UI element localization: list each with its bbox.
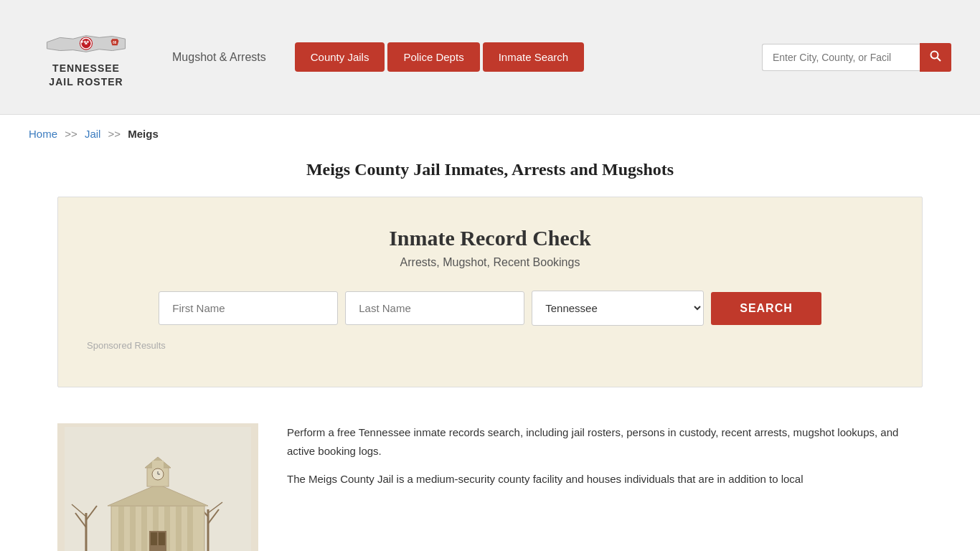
svg-point-5 — [931, 51, 938, 58]
logo-icon: ★★★ 66 — [36, 26, 136, 62]
header-search-button[interactable] — [920, 43, 951, 72]
svg-rect-22 — [176, 504, 182, 551]
page-title: Meigs County Jail Inmates, Arrests and M… — [29, 160, 951, 179]
search-icon — [930, 50, 941, 62]
header-search-area — [762, 43, 951, 72]
breadcrumb-sep1: >> — [65, 128, 77, 140]
breadcrumb-sep2: >> — [108, 128, 121, 140]
logo-text: TENNESSEE JAIL ROSTER — [49, 62, 123, 88]
svg-rect-35 — [159, 532, 165, 545]
police-depts-button[interactable]: Police Depts — [387, 42, 479, 72]
breadcrumb: Home >> Jail >> Meigs — [0, 115, 980, 153]
record-check-subtitle: Arrests, Mugshot, Recent Bookings — [87, 256, 893, 269]
breadcrumb-home[interactable]: Home — [29, 128, 57, 140]
mugshot-arrests-link[interactable]: Mugshot & Arrests — [172, 51, 266, 64]
svg-rect-19 — [141, 504, 147, 551]
courthouse-illustration — [65, 427, 251, 551]
svg-line-6 — [938, 57, 941, 61]
svg-rect-23 — [187, 504, 193, 551]
svg-rect-34 — [151, 532, 157, 545]
county-jails-button[interactable]: County Jails — [295, 42, 385, 72]
content-paragraph2: The Meigs County Jail is a medium-securi… — [287, 470, 923, 489]
nav-buttons: County Jails Police Depts Inmate Search — [295, 42, 584, 72]
inmate-search-button[interactable]: Inmate Search — [483, 42, 585, 72]
svg-text:★★★: ★★★ — [80, 39, 90, 44]
header: ★★★ 66 TENNESSEE JAIL ROSTER Mugshot & A… — [0, 0, 980, 115]
content-paragraph1: Perform a free Tennessee inmate records … — [287, 423, 923, 460]
svg-rect-18 — [130, 504, 136, 551]
search-form-row: Tennessee Alabama Georgia Kentucky North… — [87, 291, 893, 326]
logo-area: ★★★ 66 TENNESSEE JAIL ROSTER — [29, 26, 143, 88]
svg-text:66: 66 — [113, 41, 117, 44]
sponsored-label: Sponsored Results — [87, 340, 893, 351]
content-text: Perform a free Tennessee inmate records … — [287, 423, 923, 499]
svg-rect-27 — [152, 461, 164, 469]
page-title-area: Meigs County Jail Inmates, Arrests and M… — [0, 153, 980, 197]
breadcrumb-jail[interactable]: Jail — [85, 128, 101, 140]
record-check-title: Inmate Record Check — [87, 226, 893, 250]
search-form-button[interactable]: SEARCH — [711, 292, 821, 325]
bottom-content: Perform a free Tennessee inmate records … — [0, 409, 980, 551]
courthouse-image — [57, 423, 258, 551]
first-name-input[interactable] — [159, 291, 338, 325]
header-search-input[interactable] — [762, 44, 920, 71]
record-check-box: Inmate Record Check Arrests, Mugshot, Re… — [57, 197, 923, 387]
last-name-input[interactable] — [345, 291, 524, 325]
breadcrumb-current: Meigs — [128, 128, 159, 140]
state-select[interactable]: Tennessee Alabama Georgia Kentucky North… — [532, 291, 704, 326]
svg-rect-17 — [118, 504, 124, 551]
